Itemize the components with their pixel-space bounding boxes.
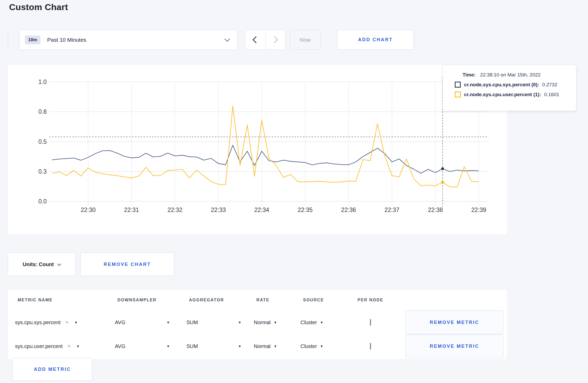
tooltip-series-1-label: cr.node.sys.cpu.user.percent (1): — [464, 92, 541, 97]
tooltip-series-0-value: 0.2732 — [542, 82, 557, 88]
x-axis-tick-label: 22:31 — [124, 207, 139, 213]
rate-select[interactable]: Normal ▼ — [254, 343, 300, 349]
x-axis-tick-label: 22:39 — [471, 207, 486, 213]
page-title: Custom Chart — [9, 2, 68, 12]
tooltip-series-row: cr.node.sys.cpu.sys.percent (0): 0.2732 — [455, 82, 576, 88]
clear-metric-icon[interactable]: × — [65, 319, 69, 326]
metric-row: sys.cpu.user.percent × ▼ AVG ▼ SUM ▼ Nor… — [8, 334, 507, 358]
y-axis-tick-label: 0.3 — [38, 168, 47, 175]
series-line-cr.node.sys.cpu.sys.percent — [52, 145, 479, 173]
time-pager — [245, 30, 285, 50]
caret-down-icon: ▼ — [166, 321, 170, 324]
series-line-cr.node.sys.cpu.user.percent — [52, 106, 479, 187]
downsampler-value: AVG — [115, 320, 125, 325]
tooltip-series-row: cr.node.sys.cpu.user.percent (1): 0.1601 — [455, 91, 576, 97]
aggregator-select[interactable]: SUM ▼ — [186, 320, 241, 325]
source-value: Cluster — [300, 320, 317, 325]
chevron-down-icon — [225, 36, 230, 42]
col-header-downsampler: DOWNSAMPLER — [115, 298, 186, 302]
chevron-left-icon — [253, 36, 260, 43]
y-axis-tick-label: 1.0 — [38, 79, 47, 85]
units-label: Units: Count — [23, 261, 54, 267]
aggregator-value: SUM — [186, 343, 198, 349]
tooltip-series-0-label: cr.node.sys.cpu.sys.percent (0): — [464, 82, 539, 88]
x-axis-tick-label: 22:32 — [167, 207, 183, 213]
prev-time-button[interactable] — [245, 30, 265, 49]
caret-down-icon: ▼ — [274, 321, 277, 324]
col-header-aggregator: AGGREGATOR — [186, 298, 254, 302]
x-axis-tick-label: 22:30 — [81, 207, 96, 213]
col-header-per-node: PER NODE — [355, 298, 405, 302]
tooltip-series-1-value: 0.1601 — [544, 92, 559, 97]
caret-down-icon: ▼ — [166, 344, 170, 348]
y-axis-tick-label: 0.0 — [38, 198, 47, 205]
x-axis-tick-label: 22:35 — [298, 207, 313, 213]
x-axis-tick-label: 22:36 — [341, 207, 356, 213]
x-axis-tick-label: 22:34 — [254, 207, 269, 213]
next-time-button[interactable] — [265, 30, 285, 49]
x-axis-tick-label: 22:38 — [428, 207, 443, 213]
x-axis-tick-label: 22:33 — [211, 207, 226, 213]
source-select[interactable]: Cluster ▼ — [300, 320, 355, 325]
tooltip-time-value: 22:38:10 on Mar 15th, 2022 — [480, 72, 541, 77]
time-range-select[interactable]: 10m Past 10 Minutes — [19, 30, 237, 50]
chart-tooltip: Time: 22:38:10 on Mar 15th, 2022 cr.node… — [443, 65, 576, 111]
units-select[interactable]: Units: Count — [8, 253, 76, 276]
col-header-source: SOURCE — [300, 298, 355, 302]
per-node-checkbox[interactable] — [370, 319, 371, 326]
remove-metric-button[interactable]: REMOVE METRIC — [405, 334, 503, 358]
caret-down-icon: ▼ — [320, 344, 323, 348]
col-header-metric-name: METRIC NAME — [15, 298, 115, 302]
clear-metric-icon[interactable]: × — [67, 343, 71, 350]
metric-name-select[interactable]: sys.cpu.user.percent × ▼ — [15, 343, 115, 350]
source-value: Cluster — [300, 343, 317, 349]
tooltip-time-row: Time: 22:38:10 on Mar 15th, 2022 — [455, 72, 576, 78]
chevron-right-icon — [271, 36, 278, 43]
chart-card: 0.00.30.50.81.022:3022:3122:3222:3322:34… — [8, 65, 507, 235]
caret-down-icon: ▼ — [74, 321, 78, 324]
col-header-rate: RATE — [254, 298, 300, 302]
custom-chart-page: Custom Chart 10m Past 10 Minutes Now ADD… — [0, 0, 588, 383]
metrics-table-header: METRIC NAME DOWNSAMPLER AGGREGATOR RATE … — [8, 290, 507, 310]
y-axis-tick-label: 0.5 — [38, 138, 47, 145]
controls-left-divider — [8, 29, 8, 50]
caret-down-icon: ▼ — [238, 344, 241, 348]
downsampler-select[interactable]: AVG ▼ — [115, 343, 170, 349]
aggregator-value: SUM — [186, 320, 198, 325]
metric-name-select[interactable]: sys.cpu.sys.percent × ▼ — [15, 319, 115, 326]
crosshair-dot — [441, 167, 444, 170]
now-button[interactable]: Now — [290, 30, 321, 50]
remove-metric-button[interactable]: REMOVE METRIC — [405, 310, 503, 334]
add-metric-button[interactable]: ADD METRIC — [12, 358, 92, 381]
time-range-badge: 10m — [25, 36, 40, 44]
metric-row: sys.cpu.sys.percent × ▼ AVG ▼ SUM ▼ Norm… — [8, 310, 507, 334]
per-node-checkbox[interactable] — [370, 343, 371, 350]
caret-down-icon: ▼ — [238, 321, 241, 324]
metric-name-value: sys.cpu.sys.percent — [15, 320, 61, 325]
time-range-label: Past 10 Minutes — [47, 37, 225, 43]
metric-name-value: sys.cpu.user.percent — [15, 343, 62, 349]
x-axis-tick-label: 22:37 — [384, 207, 400, 213]
caret-down-icon: ▼ — [320, 321, 323, 324]
source-select[interactable]: Cluster ▼ — [300, 343, 355, 349]
y-axis-tick-label: 0.8 — [38, 108, 47, 115]
caret-down-icon: ▼ — [76, 344, 80, 348]
add-chart-button[interactable]: ADD CHART — [337, 30, 414, 50]
rate-value: Normal — [254, 343, 270, 349]
series-0-legend-square-icon — [455, 82, 461, 88]
crosshair-dot — [441, 181, 444, 184]
downsampler-select[interactable]: AVG ▼ — [115, 320, 170, 325]
rate-select[interactable]: Normal ▼ — [254, 320, 300, 325]
series-1-legend-square-icon — [455, 91, 461, 97]
caret-down-icon: ▼ — [274, 344, 277, 348]
remove-chart-button[interactable]: REMOVE CHART — [80, 253, 174, 276]
downsampler-value: AVG — [115, 343, 125, 349]
chevron-down-icon — [57, 262, 61, 266]
custom-chart[interactable]: 0.00.30.50.81.022:3022:3122:3222:3322:34… — [8, 65, 507, 235]
metrics-table: METRIC NAME DOWNSAMPLER AGGREGATOR RATE … — [8, 290, 507, 359]
aggregator-select[interactable]: SUM ▼ — [186, 343, 241, 349]
tooltip-time-label: Time: — [463, 72, 475, 77]
rate-value: Normal — [254, 320, 270, 325]
